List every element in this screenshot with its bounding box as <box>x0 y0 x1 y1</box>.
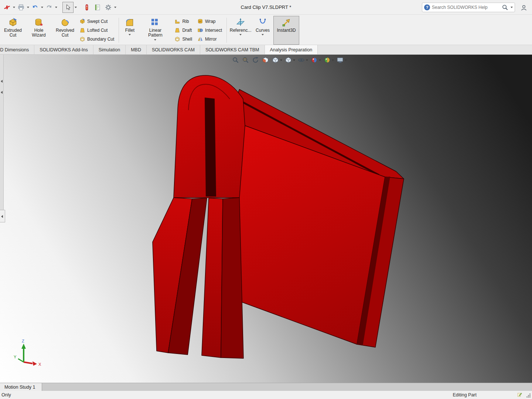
command-manager-ribbon: Extruded Cut Hole Wizard Revolved Cut Sw… <box>0 15 532 45</box>
extruded-cut-icon <box>8 18 18 27</box>
zoom-fit-icon <box>232 56 239 64</box>
curves-flyout-caret-icon[interactable] <box>262 34 264 35</box>
search-scope-caret-icon[interactable] <box>511 7 513 8</box>
select-tool-button[interactable] <box>62 2 74 13</box>
quick-access-toolbar <box>0 2 116 13</box>
view-settings-button[interactable] <box>336 56 347 64</box>
rib-button[interactable]: Rib <box>174 17 192 25</box>
section-view-button[interactable] <box>261 56 270 64</box>
question-glyph: ? <box>426 5 429 10</box>
title-bar: Card Clip V7.SLDPRT * ? <box>0 0 532 15</box>
redo-button[interactable] <box>44 3 54 12</box>
options-button[interactable] <box>103 3 113 12</box>
swept-cut-button[interactable]: Swept Cut <box>79 17 114 25</box>
undo-button[interactable] <box>30 3 40 12</box>
tab-simulation[interactable]: Simulation <box>93 45 126 54</box>
redo-caret-icon[interactable] <box>55 7 57 8</box>
feature-manager-collapsed-panel[interactable] <box>0 55 4 222</box>
edit-part-icon <box>517 392 522 398</box>
help-search-box[interactable]: ? <box>422 3 515 12</box>
collapse-arrow-icon[interactable] <box>1 91 3 94</box>
model-middle-finger-face[interactable] <box>202 198 223 358</box>
feature-statistics-button[interactable] <box>82 3 92 12</box>
mirror-button[interactable]: Mirror <box>197 35 222 43</box>
curves-button[interactable]: Curves <box>253 16 273 45</box>
reference-flyout-caret-icon[interactable] <box>239 34 242 35</box>
motion-study-tab[interactable]: Motion Study 1 <box>0 383 42 391</box>
reference-geometry-button[interactable]: Referenc... <box>229 16 252 45</box>
tab-solidworks-add-ins[interactable]: SOLIDWORKS Add-Ins <box>34 45 93 54</box>
apply-scene-button[interactable] <box>323 56 334 64</box>
print-caret-icon[interactable] <box>27 7 29 8</box>
linear-pattern-label: Linear Pattern <box>143 28 167 38</box>
zoom-area-icon <box>242 56 249 64</box>
undo-caret-icon[interactable] <box>41 7 43 8</box>
collapse-arrow-icon[interactable] <box>1 80 3 83</box>
model-middle-finger-side-face[interactable] <box>221 198 243 358</box>
lofted-cut-button[interactable]: Lofted Cut <box>79 26 114 34</box>
zoom-fit-button[interactable] <box>231 56 240 64</box>
design-journal-button[interactable] <box>93 3 102 12</box>
hide-show-items-button[interactable] <box>297 56 308 64</box>
revolved-cut-icon <box>60 18 70 27</box>
gear-icon <box>105 4 112 11</box>
linear-pattern-flyout-caret-icon[interactable] <box>154 39 156 41</box>
shell-button[interactable]: Shell <box>174 35 192 43</box>
hole-wizard-button[interactable]: Hole Wizard <box>25 16 53 45</box>
wrap-intersect-mirror-stack: Wrap Intersect Mirror <box>195 16 225 45</box>
curves-label: Curves <box>256 28 270 33</box>
panel-expand-handle[interactable] <box>0 210 5 222</box>
fillet-icon <box>125 18 134 27</box>
scene-caret-icon[interactable] <box>332 59 334 61</box>
select-caret-icon[interactable] <box>75 7 77 8</box>
tab-analysis-preparation[interactable]: Analysis Preparation <box>265 45 318 54</box>
lofted-cut-label: Lofted Cut <box>87 28 108 33</box>
view-settings-caret-icon[interactable] <box>345 59 347 61</box>
edit-appearance-button[interactable] <box>310 56 321 64</box>
boundary-cut-button[interactable]: Boundary Cut <box>79 35 114 43</box>
options-caret-icon[interactable] <box>114 7 116 8</box>
display-style-button[interactable] <box>284 56 296 64</box>
hide-show-caret-icon[interactable] <box>306 59 308 61</box>
instant3d-icon <box>282 18 291 27</box>
intersect-button[interactable]: Intersect <box>197 26 222 34</box>
menu-caret-icon[interactable] <box>13 7 15 8</box>
extruded-cut-button[interactable]: Extruded Cut <box>2 16 24 45</box>
expand-arrow-icon <box>1 215 3 218</box>
model-bend-slot-face[interactable] <box>205 98 216 197</box>
search-icon[interactable] <box>501 4 509 11</box>
monitor-icon <box>336 56 344 64</box>
resize-grip[interactable] <box>529 396 531 398</box>
fillet-button[interactable]: Fillet <box>121 16 138 45</box>
motion-study-bar: Motion Study 1 <box>0 383 532 391</box>
help-search-input[interactable] <box>432 5 499 10</box>
view-orientation-caret-icon[interactable] <box>280 59 282 61</box>
notebook-icon <box>94 4 101 11</box>
command-manager-tabs: BD Dimensions SOLIDWORKS Add-Ins Simulat… <box>0 45 532 55</box>
draft-button[interactable]: Draft <box>174 26 192 34</box>
linear-pattern-button[interactable]: Linear Pattern <box>139 16 171 45</box>
print-button[interactable] <box>16 3 26 12</box>
tab-solidworks-cam-tbm[interactable]: SOLIDWORKS CAM TBM <box>200 45 265 54</box>
tab-solidworks-cam[interactable]: SOLIDWORKS CAM <box>147 45 200 54</box>
z-axis-arrow <box>21 344 26 349</box>
instant3d-toggle-button[interactable]: Instant3D <box>273 16 299 45</box>
appearance-caret-icon[interactable] <box>319 59 321 61</box>
fillet-flyout-caret-icon[interactable] <box>129 34 131 35</box>
login-button[interactable] <box>519 3 529 13</box>
wrap-button[interactable]: Wrap <box>197 17 222 25</box>
revolved-cut-button[interactable]: Revolved Cut <box>54 16 76 45</box>
y-axis-arrow <box>18 359 24 362</box>
draft-label: Draft <box>182 28 192 33</box>
solidworks-menu-button[interactable] <box>2 3 12 12</box>
model-3d-card-clip[interactable] <box>0 55 532 383</box>
tab-row-filler <box>318 45 532 54</box>
tab-mbd-dimensions[interactable]: BD Dimensions <box>0 45 34 54</box>
zoom-area-button[interactable] <box>241 56 250 64</box>
graphics-viewport[interactable]: Z Y X <box>0 55 532 383</box>
extruded-cut-label: Extruded Cut <box>3 28 23 38</box>
previous-view-button[interactable] <box>251 56 260 64</box>
view-orientation-button[interactable] <box>271 56 283 64</box>
tab-mbd[interactable]: MBD <box>126 45 147 54</box>
display-style-caret-icon[interactable] <box>293 59 295 61</box>
